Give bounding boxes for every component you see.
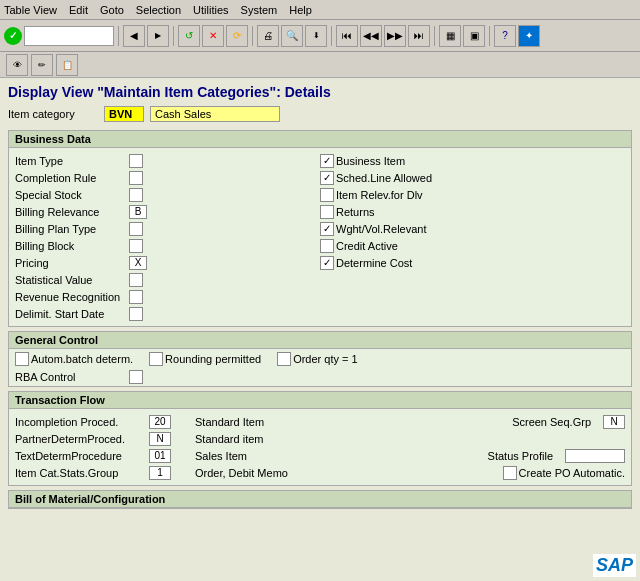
stop-btn[interactable]: ✕ [202, 25, 224, 47]
forward-btn[interactable]: ▶ [147, 25, 169, 47]
prev-btn[interactable]: ◀◀ [360, 25, 382, 47]
billing-plan-row: Billing Plan Type [15, 220, 320, 237]
tf-row-3: TextDetermProcedure 01 Sales Item Status… [15, 447, 625, 464]
layout-btn2[interactable]: ▣ [463, 25, 485, 47]
transaction-flow-header: Transaction Flow [9, 392, 631, 409]
transaction-flow-section: Transaction Flow Incompletion Proced. 20… [8, 391, 632, 486]
item-cat-code: BVN [104, 106, 144, 122]
revenue-recognition-row: Revenue Recognition [15, 288, 320, 305]
find-btn[interactable]: 🔍 [281, 25, 303, 47]
print-btn[interactable]: 🖨 [257, 25, 279, 47]
menu-edit[interactable]: Edit [69, 4, 88, 16]
menu-utilities[interactable]: Utilities [193, 4, 228, 16]
command-input[interactable] [24, 26, 114, 46]
layout-btn1[interactable]: ▦ [439, 25, 461, 47]
item-cat-name: Cash Sales [150, 106, 280, 122]
returns-row: Returns [320, 203, 625, 220]
statistical-value-checkbox[interactable] [129, 273, 143, 287]
completion-rule-checkbox[interactable] [129, 171, 143, 185]
incompletion-proced-input[interactable]: 20 [149, 415, 171, 429]
delimit-start-row: Delimit. Start Date [15, 305, 320, 322]
settings-btn[interactable]: ✦ [518, 25, 540, 47]
menu-goto[interactable]: Goto [100, 4, 124, 16]
tf-row-4: Item Cat.Stats.Group 1 Order, Debit Memo… [15, 464, 625, 481]
back-btn[interactable]: ◀ [123, 25, 145, 47]
revenue-recognition-checkbox[interactable] [129, 290, 143, 304]
item-cat-label: Item category [8, 108, 98, 120]
menu-tableview[interactable]: Table View [4, 4, 57, 16]
text-determ-input[interactable]: 01 [149, 449, 171, 463]
billing-plan-checkbox[interactable] [129, 222, 143, 236]
change-btn[interactable]: ✏ [31, 54, 53, 76]
page-title: Display View "Maintain Item Categories":… [8, 84, 632, 100]
item-cat-stats-input[interactable]: 1 [149, 466, 171, 480]
refresh-btn[interactable]: ↺ [178, 25, 200, 47]
bill-of-material-section: Bill of Material/Configuration [8, 490, 632, 509]
item-relev-checkbox[interactable] [320, 188, 334, 202]
other-btn[interactable]: 📋 [56, 54, 78, 76]
display-btn[interactable]: 👁 [6, 54, 28, 76]
pricing-row: Pricing X [15, 254, 320, 271]
main-toolbar: ✓ ◀ ▶ ↺ ✕ ⟳ 🖨 🔍 ⬇ ⏮ ◀◀ ▶▶ ⏭ ▦ ▣ ? ✦ [0, 20, 640, 52]
last-btn[interactable]: ⏭ [408, 25, 430, 47]
billing-block-checkbox[interactable] [129, 239, 143, 253]
wght-vol-row: Wght/Vol.Relevant [320, 220, 625, 237]
btn3[interactable]: ⟳ [226, 25, 248, 47]
sched-line-checkbox[interactable] [320, 171, 334, 185]
first-btn[interactable]: ⏮ [336, 25, 358, 47]
secondary-toolbar: 👁 ✏ 📋 [0, 52, 640, 78]
returns-checkbox[interactable] [320, 205, 334, 219]
help-btn[interactable]: ? [494, 25, 516, 47]
billing-relevance-input[interactable]: B [129, 205, 147, 219]
billing-relevance-row: Billing Relevance B [15, 203, 320, 220]
sap-logo: SAP [593, 554, 636, 577]
special-stock-checkbox[interactable] [129, 188, 143, 202]
find-next-btn[interactable]: ⬇ [305, 25, 327, 47]
general-control-header: General Control [9, 332, 631, 349]
tf-row-1: Incompletion Proced. 20 Standard Item Sc… [15, 413, 625, 430]
credit-active-checkbox[interactable] [320, 239, 334, 253]
menubar: Table View Edit Goto Selection Utilities… [0, 0, 640, 20]
business-data-header: Business Data [9, 131, 631, 148]
item-type-row: Item Type [15, 152, 320, 169]
determine-cost-row: Determine Cost [320, 254, 625, 271]
menu-help[interactable]: Help [289, 4, 312, 16]
main-content: Display View "Maintain Item Categories":… [0, 78, 640, 581]
business-data-section: Business Data Item Type Completion Rule [8, 130, 632, 327]
status-profile-input[interactable] [565, 449, 625, 463]
general-control-section: General Control Autom.batch determ. Roun… [8, 331, 632, 387]
screen-seq-grp-input[interactable]: N [603, 415, 625, 429]
menu-selection[interactable]: Selection [136, 4, 181, 16]
rounding-permitted-checkbox[interactable] [149, 352, 163, 366]
create-po-checkbox[interactable] [503, 466, 517, 480]
determine-cost-checkbox[interactable] [320, 256, 334, 270]
credit-active-row: Credit Active [320, 237, 625, 254]
rba-control-checkbox[interactable] [129, 370, 143, 384]
order-qty-checkbox[interactable] [277, 352, 291, 366]
completion-rule-row: Completion Rule [15, 169, 320, 186]
statistical-value-row: Statistical Value [15, 271, 320, 288]
special-stock-row: Special Stock [15, 186, 320, 203]
item-relev-row: Item Relev.for Dlv [320, 186, 625, 203]
business-item-row: Business Item [320, 152, 625, 169]
menu-system[interactable]: System [241, 4, 278, 16]
next-btn[interactable]: ▶▶ [384, 25, 406, 47]
ok-icon[interactable]: ✓ [4, 27, 22, 45]
wght-vol-checkbox[interactable] [320, 222, 334, 236]
item-category-row: Item category BVN Cash Sales [8, 106, 632, 122]
delimit-start-checkbox[interactable] [129, 307, 143, 321]
sched-line-row: Sched.Line Allowed [320, 169, 625, 186]
business-item-checkbox[interactable] [320, 154, 334, 168]
autom-batch-checkbox[interactable] [15, 352, 29, 366]
partner-determ-input[interactable]: N [149, 432, 171, 446]
tf-row-2: PartnerDetermProced. N Standard item [15, 430, 625, 447]
bill-of-material-header: Bill of Material/Configuration [9, 491, 631, 508]
item-type-checkbox[interactable] [129, 154, 143, 168]
pricing-input[interactable]: X [129, 256, 147, 270]
billing-block-row: Billing Block [15, 237, 320, 254]
